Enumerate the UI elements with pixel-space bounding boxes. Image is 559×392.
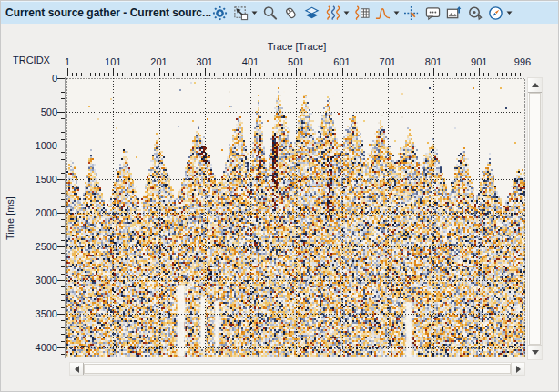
x-tick-label: 801 (425, 56, 442, 67)
x-minor-tick (95, 73, 96, 76)
x-minor-tick (383, 73, 384, 76)
x-tick-label: 901 (471, 56, 487, 67)
mouse-icon (283, 5, 299, 21)
scroll-up-arrow-icon (532, 83, 539, 87)
x-minor-tick (379, 73, 380, 76)
x-minor-tick (232, 73, 233, 76)
titlebar[interactable]: Current source gather - Current sourc... (1, 1, 559, 24)
x-minor-tick (164, 73, 165, 76)
picking-button[interactable] (403, 4, 421, 23)
x-minor-tick (145, 73, 146, 76)
x-minor-tick (81, 73, 82, 76)
y-tick-label: 2000 (36, 207, 57, 218)
x-tick-mark (113, 68, 114, 76)
select-area-icon (233, 5, 249, 21)
x-minor-tick (291, 73, 292, 76)
wiggle-traces-icon (325, 5, 340, 21)
y-tick-label: 1500 (36, 174, 57, 185)
x-minor-tick (241, 73, 242, 76)
x-minor-tick (392, 73, 393, 76)
seismic-plot[interactable] (66, 78, 525, 357)
comment-icon (425, 5, 441, 21)
export-image-button[interactable] (445, 4, 462, 23)
x-tick-mark (205, 68, 206, 76)
corner-label: TRCIDX (13, 55, 50, 65)
x-minor-tick (273, 73, 274, 76)
x-minor-tick (438, 73, 439, 76)
x-minor-tick (365, 73, 366, 76)
x-tick-label: 701 (380, 56, 396, 67)
x-minor-tick (99, 73, 100, 76)
mouse-mode-button[interactable] (282, 4, 300, 23)
gear-icon (212, 5, 228, 21)
x-minor-tick (420, 73, 421, 76)
x-tick-mark (296, 68, 297, 76)
scroll-up-button[interactable] (528, 78, 542, 93)
navigation-button[interactable] (487, 4, 504, 23)
y-tick-label: 500 (41, 106, 57, 117)
x-minor-tick (411, 73, 412, 76)
x-minor-tick (108, 73, 109, 76)
y-tick-mark (57, 179, 65, 180)
dropdown-caret-icon[interactable] (251, 5, 258, 20)
dropdown-caret-icon[interactable] (343, 5, 350, 20)
vertical-scrollbar[interactable] (527, 77, 543, 360)
x-minor-tick (86, 73, 86, 76)
dropdown-caret-icon[interactable] (506, 5, 513, 20)
horizontal-scroll-thumb[interactable] (84, 364, 511, 374)
window-title: Current source gather - Current sourc... (1, 6, 211, 19)
x-minor-tick (474, 73, 475, 76)
y-tick-mark (57, 112, 65, 113)
x-tick-mark (523, 68, 523, 76)
x-minor-tick (470, 73, 471, 76)
x-minor-tick (502, 73, 503, 76)
x-minor-tick (228, 73, 229, 76)
x-minor-tick (429, 73, 430, 76)
amplitude-spectrum-button[interactable] (374, 4, 391, 23)
select-zoom-area-button[interactable] (232, 4, 249, 23)
x-minor-tick (219, 73, 219, 76)
x-minor-tick (196, 73, 197, 76)
measure-button[interactable] (466, 4, 483, 23)
y-tick-mark (57, 347, 65, 348)
x-minor-tick (200, 73, 201, 76)
trace-table-button[interactable] (353, 4, 371, 23)
x-minor-tick (149, 73, 150, 76)
zoom-button[interactable] (261, 4, 279, 23)
x-minor-tick (406, 73, 407, 76)
compass-icon (488, 5, 503, 21)
x-tick-label: 601 (333, 56, 350, 67)
scroll-right-button[interactable] (511, 363, 524, 375)
x-minor-tick (131, 73, 132, 76)
layers-button[interactable] (303, 4, 320, 23)
x-tick-label: 201 (150, 56, 167, 67)
x-minor-tick (442, 73, 443, 76)
x-minor-tick (356, 73, 357, 76)
scroll-left-button[interactable] (70, 363, 84, 375)
y-tick-label: 3500 (36, 308, 57, 319)
x-minor-tick (154, 73, 155, 76)
x-tick-mark (433, 68, 434, 76)
x-minor-tick (415, 73, 416, 76)
x-minor-tick (328, 73, 329, 76)
comments-button[interactable] (424, 4, 442, 23)
x-minor-tick (255, 73, 256, 76)
wiggle-grid-icon (354, 5, 370, 21)
dropdown-caret-icon[interactable] (393, 5, 400, 20)
scroll-down-button[interactable] (528, 345, 542, 359)
vertical-scroll-thumb[interactable] (529, 93, 541, 345)
magnifier-icon (262, 5, 278, 21)
x-minor-tick (447, 73, 448, 76)
toolbar (211, 2, 516, 25)
y-tick-label: 2500 (36, 241, 57, 252)
spectrum-icon (375, 5, 391, 21)
x-minor-tick (347, 73, 348, 76)
settings-button[interactable] (211, 4, 229, 23)
scroll-down-arrow-icon (532, 350, 539, 355)
x-tick-mark (388, 68, 389, 76)
trace-display-mode-button[interactable] (324, 4, 341, 23)
x-tick-mark (342, 68, 343, 76)
scroll-right-arrow-icon (516, 366, 521, 373)
x-minor-tick (122, 73, 123, 76)
horizontal-scrollbar[interactable] (69, 362, 525, 376)
